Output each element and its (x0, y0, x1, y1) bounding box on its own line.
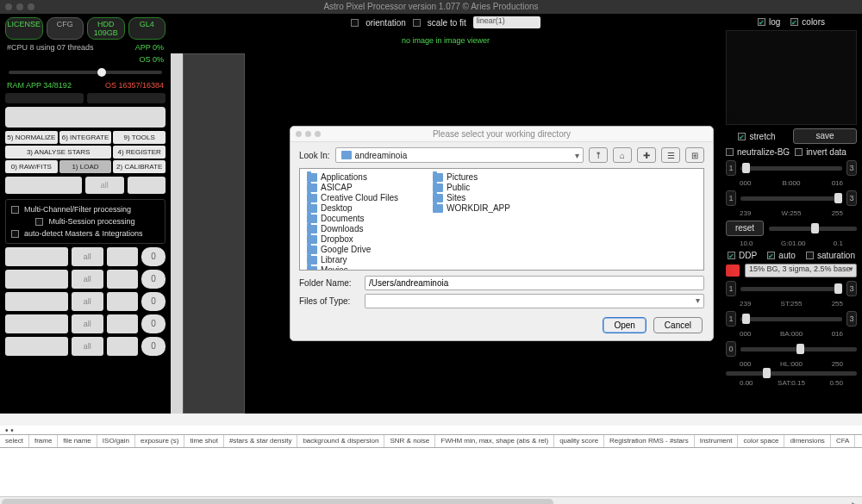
gridbtn-r3-all[interactable]: all (72, 292, 103, 311)
slider-ba-min[interactable]: 1 (726, 311, 736, 327)
saturation-checkbox[interactable] (806, 252, 814, 259)
step-3-analyse-stars[interactable]: 3) ANALYSE STARS (5, 146, 111, 159)
stretch-combo[interactable]: linear(1) (473, 16, 540, 28)
folder-item[interactable]: Creative Cloud Files (307, 193, 398, 202)
slider-st[interactable] (740, 287, 842, 291)
stretch-preset-combo[interactable]: 15% BG, 3 sigma, 2.5% base (745, 264, 857, 277)
step-0-rawfits[interactable]: 0) RAW/FITS (5, 160, 58, 173)
folder-item[interactable]: Documents (307, 214, 398, 223)
table-column-header[interactable]: FWHM min, max, shape (abs & rel) (435, 435, 554, 447)
step-4-register[interactable]: 4) REGISTER (113, 146, 166, 159)
cfg-pill[interactable]: CFG (47, 17, 84, 40)
table-column-header[interactable]: color space (738, 435, 784, 447)
thumbs-scrollbar[interactable] (171, 53, 183, 414)
lights-clear-button[interactable] (128, 177, 166, 194)
threads-slider[interactable] (9, 71, 162, 74)
folder-item[interactable]: Downloads (307, 224, 398, 233)
lights-all-button[interactable]: all (85, 177, 124, 194)
scale-checkbox[interactable] (413, 19, 421, 27)
folder-item[interactable]: Library (307, 255, 398, 264)
gridbtn-r5-c[interactable] (107, 337, 139, 356)
gl4-pill[interactable]: GL4 (128, 17, 166, 40)
folder-item[interactable]: ASICAP (307, 183, 398, 192)
step-1-load[interactable]: 1) LOAD (59, 160, 112, 173)
detail-view-button[interactable]: ⊞ (685, 147, 704, 163)
slider-g[interactable] (769, 227, 857, 231)
gridbtn-r5-a[interactable] (5, 337, 68, 356)
home-button[interactable]: ⌂ (613, 147, 632, 163)
autodetect-checkbox[interactable] (11, 230, 19, 238)
file-type-combo[interactable] (365, 294, 704, 308)
table-column-header[interactable]: SNR & noise (384, 435, 435, 447)
gridbtn-r3-c[interactable] (107, 292, 139, 311)
gridbtn-r1-all[interactable]: all (72, 247, 103, 266)
slider-st-min[interactable]: 1 (726, 281, 736, 296)
file-list-area[interactable]: ApplicationsASICAPCreative Cloud FilesDe… (299, 168, 704, 271)
stretch-checkbox[interactable] (738, 133, 746, 140)
gridbtn-r2-c[interactable] (107, 270, 139, 289)
gridbtn-r1-a[interactable] (5, 247, 68, 266)
auto-checkbox[interactable] (767, 252, 775, 259)
slider-ba[interactable] (740, 317, 842, 321)
multichannel-checkbox[interactable] (11, 206, 19, 214)
log-checkbox[interactable] (758, 18, 765, 26)
folder-item[interactable]: Public (433, 183, 510, 192)
gridbtn-r2-a[interactable] (5, 270, 68, 289)
table-column-header[interactable]: dimensions (784, 435, 830, 447)
license-pill[interactable]: LICENSE (5, 17, 43, 40)
open-button[interactable]: Open (603, 317, 646, 333)
folder-name-input[interactable] (365, 276, 704, 290)
gridbtn-r3-a[interactable] (5, 292, 68, 311)
gridbtn-r5-all[interactable]: all (72, 337, 103, 356)
ddp-checkbox[interactable] (728, 252, 735, 259)
window-mac-controls[interactable] (5, 3, 34, 10)
step-9-tools[interactable]: 9) TOOLS (113, 131, 166, 144)
step-5-normalize[interactable]: 5) NORMALIZE (5, 131, 58, 144)
folder-item[interactable]: WORKDIR_APP (433, 203, 510, 213)
gridbtn-r4-c[interactable] (107, 314, 139, 333)
folder-item[interactable]: Applications (307, 172, 398, 182)
table-column-header[interactable]: select (0, 435, 29, 447)
folder-item[interactable]: Dropbox (307, 234, 398, 244)
gridbtn-r1-c[interactable] (107, 247, 139, 266)
gridbtn-r4-a[interactable] (5, 314, 68, 333)
slider-b-max[interactable]: 3 (846, 160, 857, 176)
table-column-header[interactable]: ISO/gain (97, 435, 135, 447)
table-column-header[interactable]: Registration RMS - #stars (604, 435, 695, 447)
gridbtn-r4-all[interactable]: all (72, 314, 103, 333)
table-column-header[interactable]: exposure (s) (135, 435, 184, 447)
horizontal-scrollbar[interactable]: ▸ (0, 496, 862, 504)
slider-b-min[interactable]: 1 (726, 160, 736, 176)
orientation-checkbox[interactable] (351, 19, 359, 27)
folder-item[interactable]: Google Drive (307, 245, 398, 254)
look-in-combo[interactable]: andreaminoia (335, 147, 584, 163)
table-column-header[interactable]: #stars & star density (224, 435, 297, 447)
load-lights-button[interactable] (5, 177, 82, 194)
slider-hl[interactable] (740, 347, 857, 352)
slider-w[interactable] (740, 196, 842, 201)
gridbtn-r2-all[interactable]: all (72, 270, 103, 289)
table-column-header[interactable]: Instrument (695, 435, 739, 447)
panel-handle[interactable]: • • (0, 426, 862, 434)
table-column-header[interactable]: file name (58, 435, 97, 447)
table-column-header[interactable]: quality score (554, 435, 604, 447)
table-column-header[interactable]: background & dispersion (297, 435, 384, 447)
slider-ba-max[interactable]: 3 (846, 311, 857, 327)
step-2-calibrate[interactable]: 2) CALIBRATE (113, 160, 166, 173)
table-column-header[interactable]: frame (29, 435, 58, 447)
slider-b[interactable] (740, 166, 842, 171)
table-column-header[interactable]: time shot (184, 435, 223, 447)
cancel-button[interactable]: Cancel (653, 317, 703, 333)
new-folder-button[interactable]: ✚ (637, 147, 656, 163)
colors-checkbox[interactable] (790, 18, 798, 26)
reset-button[interactable]: reset (726, 221, 764, 236)
save-button[interactable]: save (793, 128, 857, 144)
slider-w-max[interactable]: 3 (846, 190, 857, 206)
hdd-pill[interactable]: HDD 109GB (87, 17, 125, 40)
neutralize-checkbox[interactable] (726, 148, 734, 156)
table-column-header[interactable]: CFA (831, 435, 856, 447)
list-view-button[interactable]: ☰ (661, 147, 680, 163)
slider-sat[interactable] (726, 371, 857, 376)
invert-checkbox[interactable] (795, 148, 803, 156)
dialog-mac-controls[interactable] (296, 131, 321, 137)
